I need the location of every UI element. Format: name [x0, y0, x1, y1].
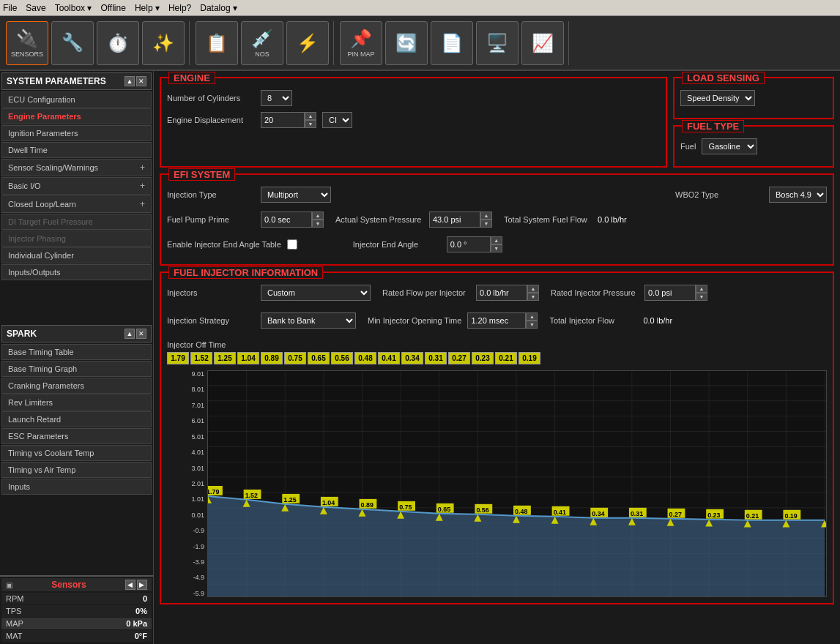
displacement-unit-select[interactable]: CI cc L — [322, 112, 352, 128]
rated-pressure-up-btn[interactable]: ▲ — [696, 285, 707, 293]
svg-text:0.89: 0.89 — [361, 501, 373, 509]
off-time-cell[interactable]: 0.19 — [519, 352, 540, 364]
toolbar-nos-button[interactable]: 💉 NOS — [241, 21, 283, 65]
rated-flow-up-btn[interactable]: ▲ — [527, 285, 539, 293]
sidebar-item-basic-io[interactable]: Basic I/O + — [1, 177, 152, 195]
sidebar-item-timing-coolant[interactable]: Timing vs Coolant Temp — [1, 445, 152, 461]
displacement-input[interactable] — [261, 112, 305, 128]
injection-strategy-select[interactable]: Bank to Bank Sequential Paired — [261, 312, 356, 329]
off-time-cell[interactable]: 0.31 — [425, 352, 447, 364]
menu-datalog[interactable]: Datalog ▾ — [200, 3, 237, 13]
off-time-cell[interactable]: 0.27 — [448, 352, 470, 364]
off-time-cell[interactable]: 0.21 — [495, 352, 517, 364]
load-sensing-section: LOAD SENSING Speed Density Alpha-N MAF — [673, 77, 834, 119]
rated-flow-down-btn[interactable]: ▼ — [527, 293, 539, 301]
off-time-cell[interactable]: 1.04 — [237, 352, 259, 364]
off-time-cell[interactable]: 0.48 — [354, 352, 376, 364]
rated-flow-input[interactable] — [476, 285, 527, 301]
load-sensing-select[interactable]: Speed Density Alpha-N MAF — [680, 90, 755, 106]
toolbar-spark-button[interactable]: ✨ — [142, 21, 185, 65]
toolbar-pinmap-label: PIN MAP — [347, 50, 374, 58]
toolbar-map-button[interactable]: 📋 — [196, 21, 238, 65]
menu-toolbox[interactable]: Toolbox ▾ — [55, 3, 92, 13]
fuel-pump-down-btn[interactable]: ▼ — [312, 220, 324, 228]
spark-collapse-btn[interactable]: ▲ — [124, 329, 135, 339]
sidebar-item-sensor-scaling[interactable]: Sensor Scaling/Warnings + — [1, 159, 152, 176]
sidebar-item-ignition-params[interactable]: Ignition Parameters — [1, 125, 152, 141]
menu-help[interactable]: Help ▾ — [135, 3, 160, 13]
off-time-cell[interactable]: 0.89 — [261, 352, 283, 364]
actual-pressure-input[interactable] — [429, 211, 480, 228]
displacement-down-btn[interactable]: ▼ — [305, 120, 316, 128]
rated-pressure-down-btn[interactable]: ▼ — [696, 293, 707, 301]
sensors-next-btn[interactable]: ▶ — [137, 580, 147, 590]
toolbar-sensors-button[interactable]: 🔌 SENSORS — [6, 21, 48, 65]
rated-pressure-input[interactable] — [644, 285, 696, 301]
min-opening-input[interactable] — [467, 312, 526, 329]
sidebar-item-base-timing-graph[interactable]: Base Timing Graph — [1, 361, 152, 377]
sidebar-item-engine-params[interactable]: Engine Parameters — [1, 108, 152, 124]
off-time-cell[interactable]: 1.25 — [214, 352, 236, 364]
sidebar-item-base-timing-table[interactable]: Base Timing Table — [1, 344, 152, 360]
toolbar-gauge-button[interactable]: ⏱️ — [97, 21, 139, 65]
off-time-cell[interactable]: 1.52 — [190, 352, 212, 364]
fuel-pump-up-btn[interactable]: ▲ — [312, 211, 324, 220]
sidebar-item-esc-params[interactable]: ESC Parameters — [1, 428, 152, 444]
off-time-cell[interactable]: 0.65 — [308, 352, 330, 364]
system-params-collapse-btn[interactable]: ▲ — [124, 76, 135, 86]
injection-type-select[interactable]: Multiport Throttle Body Direct — [261, 187, 331, 203]
sensors-prev-btn[interactable]: ◀ — [125, 580, 135, 590]
min-opening-down-btn[interactable]: ▼ — [526, 321, 538, 329]
injector-end-angle-down-btn[interactable]: ▼ — [491, 244, 502, 252]
toolbar-refresh-button[interactable]: 🔄 — [385, 21, 428, 65]
spark-close-btn[interactable]: ✕ — [136, 329, 146, 339]
menu-file[interactable]: File — [3, 3, 17, 13]
sidebar-item-individual-cylinder[interactable]: Individual Cylinder — [1, 247, 152, 263]
off-time-cell[interactable]: 0.34 — [401, 352, 423, 364]
sidebar-item-launch-retard[interactable]: Launch Retard — [1, 411, 152, 427]
sidebar-item-ecu-config[interactable]: ECU Configuration — [1, 91, 152, 108]
toolbar-tuning-button[interactable]: 🔧 — [51, 21, 94, 65]
off-time-cell[interactable]: 0.56 — [331, 352, 353, 364]
toolbar-log-button[interactable]: 📄 — [431, 21, 473, 65]
sidebar-item-rev-limiters[interactable]: Rev Limiters — [1, 394, 152, 411]
toolbar-pinmap-button[interactable]: 📌 PIN MAP — [340, 21, 382, 65]
system-params-controls: ▲ ✕ — [124, 76, 146, 86]
injector-end-angle-input[interactable] — [447, 236, 491, 252]
menu-bar: File Save Toolbox ▾ Offline Help ▾ Help?… — [0, 0, 840, 16]
sidebar-item-cranking-params[interactable]: Cranking Parameters — [1, 378, 152, 394]
sensor-tps-value: 0% — [135, 607, 147, 615]
y-label-8: 8.01 — [167, 386, 204, 393]
off-time-cell[interactable]: 0.75 — [284, 352, 306, 364]
svg-text:1.25: 1.25 — [283, 496, 296, 503]
off-time-cell[interactable]: 0.41 — [378, 352, 400, 364]
actual-pressure-spinner-btns: ▲ ▼ — [480, 211, 492, 228]
menu-offline[interactable]: Offline — [100, 3, 125, 13]
sensors-nav: ◀ ▶ — [125, 580, 147, 590]
system-params-close-btn[interactable]: ✕ — [136, 76, 146, 86]
injector-end-angle-checkbox[interactable] — [287, 239, 297, 250]
actual-pressure-down-btn[interactable]: ▼ — [480, 220, 492, 228]
injector-end-angle-up-btn[interactable]: ▲ — [491, 236, 502, 244]
displacement-up-btn[interactable]: ▲ — [305, 112, 316, 120]
injector-end-angle-spinner: ▲ ▼ — [447, 236, 502, 252]
fuel-pump-input[interactable] — [261, 211, 312, 228]
sidebar-item-inputs-outputs[interactable]: Inputs/Outputs — [1, 264, 152, 280]
min-opening-up-btn[interactable]: ▲ — [526, 312, 538, 321]
toolbar-display-button[interactable]: 🖥️ — [476, 21, 519, 65]
sidebar-item-timing-air[interactable]: Timing vs Air Temp — [1, 462, 152, 478]
menu-help2[interactable]: Help? — [168, 3, 191, 13]
fuel-type-select[interactable]: Gasoline E85 Methanol — [702, 138, 757, 154]
injectors-select[interactable]: Custom Stock Bosch — [261, 285, 371, 301]
menu-save[interactable]: Save — [26, 3, 45, 13]
actual-pressure-up-btn[interactable]: ▲ — [480, 211, 492, 220]
toolbar-launch-button[interactable]: ⚡ — [286, 21, 329, 65]
toolbar-ecg-button[interactable]: 📈 — [521, 21, 564, 65]
off-time-cell[interactable]: 0.23 — [472, 352, 494, 364]
sidebar-item-inputs[interactable]: Inputs — [1, 479, 152, 495]
sidebar-item-closed-loop[interactable]: Closed Loop/Learn + — [1, 195, 152, 213]
sidebar-item-dwell-time[interactable]: Dwell Time — [1, 142, 152, 158]
cylinders-select[interactable]: 8 4 6 10 12 — [261, 90, 292, 106]
off-time-cell[interactable]: 1.79 — [167, 352, 189, 364]
wbo2-type-select[interactable]: Bosch 4.9 Bosch 4.2 NTK — [769, 187, 827, 203]
